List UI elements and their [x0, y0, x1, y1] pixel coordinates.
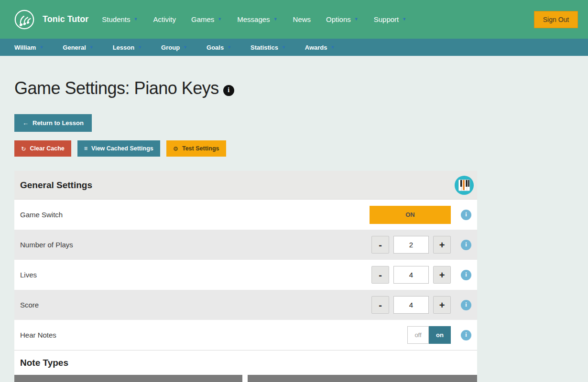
return-to-lesson-button[interactable]: ← Return to Lesson [14, 114, 92, 132]
brand-title[interactable]: Tonic Tutor [43, 14, 88, 24]
subnav-item-awards[interactable]: Awards ▼ [305, 40, 335, 55]
note-types-table-headers [14, 375, 477, 382]
sub-navbar: William ▼ General ▼ Lesson ▼ Group ▼ Goa… [0, 39, 588, 56]
caret-down-icon: ▼ [331, 45, 335, 50]
setting-row-score: Score - + i [14, 290, 477, 320]
table-header-bar [248, 375, 477, 382]
caret-down-icon: ▼ [282, 45, 286, 50]
decrement-button[interactable]: - [371, 296, 389, 314]
caret-down-icon: ▼ [354, 17, 359, 21]
page-info-icon[interactable]: i [223, 85, 234, 96]
piano-keys-game-icon[interactable] [455, 176, 474, 195]
info-icon[interactable]: i [461, 300, 471, 310]
note-types-title: Note Types [20, 358, 68, 368]
lives-label: Lives [20, 271, 37, 279]
setting-row-number-of-plays: Number of Plays - + i [14, 230, 477, 260]
nav-item-messages[interactable]: Messages ▼ [229, 11, 285, 28]
decrement-button[interactable]: - [371, 236, 389, 254]
back-arrow-icon: ← [22, 119, 29, 127]
top-nav-menu: Students ▼ Activity Games ▼ Messages ▼ N… [94, 11, 414, 28]
caret-down-icon: ▼ [273, 17, 278, 21]
gear-icon: ⚙ [173, 145, 178, 152]
test-settings-button[interactable]: ⚙ Test Settings [166, 140, 226, 157]
hear-notes-toggle: off on [407, 326, 451, 344]
caret-down-icon: ▼ [402, 17, 406, 21]
nav-item-activity[interactable]: Activity [145, 11, 184, 28]
number-of-plays-input[interactable] [393, 236, 429, 254]
info-icon[interactable]: i [461, 240, 471, 250]
increment-button[interactable]: + [433, 266, 451, 284]
settings-action-row: ↻ Clear Cache ≡ View Cached Settings ⚙ T… [14, 140, 588, 157]
view-cached-settings-button[interactable]: ≡ View Cached Settings [77, 140, 160, 157]
toggle-off-button[interactable]: off [407, 326, 429, 344]
main-content: Game Settings: Piano Keys i ← Return to … [0, 78, 588, 382]
info-icon[interactable]: i [461, 210, 471, 220]
increment-button[interactable]: + [433, 296, 451, 314]
caret-down-icon: ▼ [218, 17, 222, 21]
score-stepper: - + [371, 296, 451, 314]
toggle-on-button[interactable]: on [429, 326, 451, 344]
subnav-item-group[interactable]: Group ▼ [161, 40, 187, 55]
card-header: General Settings [14, 171, 477, 200]
sign-out-button[interactable]: Sign Out [534, 11, 578, 28]
card-title: General Settings [20, 180, 92, 191]
subnav-item-statistics[interactable]: Statistics ▼ [250, 40, 286, 55]
nav-item-games[interactable]: Games ▼ [184, 11, 229, 28]
caret-down-icon: ▼ [39, 45, 44, 50]
game-switch-label: Game Switch [20, 211, 63, 219]
number-of-plays-label: Number of Plays [20, 241, 73, 249]
nav-item-news[interactable]: News [285, 11, 319, 28]
caret-down-icon: ▼ [134, 17, 138, 21]
nav-item-students[interactable]: Students ▼ [94, 11, 145, 28]
general-settings-card: General Settings Ga [14, 171, 477, 382]
caret-down-icon: ▼ [227, 45, 231, 50]
subnav-item-lesson[interactable]: Lesson ▼ [113, 40, 142, 55]
increment-button[interactable]: + [433, 236, 451, 254]
subnav-item-general[interactable]: General ▼ [63, 40, 93, 55]
number-of-plays-stepper: - + [371, 236, 451, 254]
note-types-section: Note Types [14, 350, 477, 375]
refresh-icon: ↻ [21, 145, 26, 152]
setting-row-hear-notes: Hear Notes off on i [14, 320, 477, 350]
setting-row-game-switch: Game Switch ON i [14, 200, 477, 230]
score-input[interactable] [393, 296, 429, 314]
page-title: Game Settings: Piano Keys [14, 78, 219, 98]
list-icon: ≡ [84, 145, 87, 152]
subnav-item-william[interactable]: William ▼ [14, 40, 44, 55]
hear-notes-label: Hear Notes [20, 331, 56, 339]
score-label: Score [20, 301, 39, 309]
setting-row-lives: Lives - + i [14, 260, 477, 290]
caret-down-icon: ▼ [183, 45, 187, 50]
caret-down-icon: ▼ [138, 45, 142, 50]
tonic-tutor-logo-icon[interactable] [14, 10, 34, 30]
table-header-bar [14, 375, 242, 382]
top-navbar: Tonic Tutor Students ▼ Activity Games ▼ … [0, 0, 588, 39]
caret-down-icon: ▼ [89, 45, 94, 50]
lives-stepper: - + [371, 266, 451, 284]
nav-item-options[interactable]: Options ▼ [318, 11, 366, 28]
subnav-item-goals[interactable]: Goals ▼ [207, 40, 231, 55]
info-icon[interactable]: i [461, 330, 471, 340]
game-switch-on-button[interactable]: ON [370, 206, 451, 224]
clear-cache-button[interactable]: ↻ Clear Cache [14, 140, 71, 157]
lives-input[interactable] [393, 266, 429, 284]
info-icon[interactable]: i [461, 270, 471, 280]
nav-item-support[interactable]: Support ▼ [366, 11, 414, 28]
decrement-button[interactable]: - [371, 266, 389, 284]
